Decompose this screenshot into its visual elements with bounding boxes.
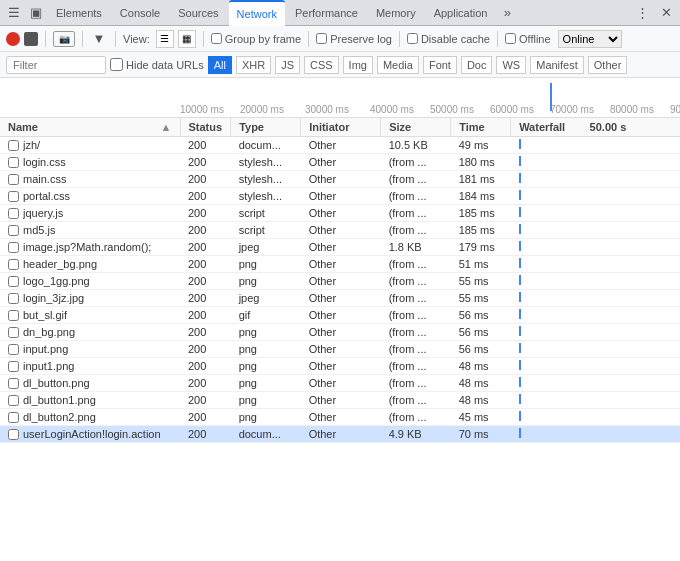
more-tabs-icon[interactable]: »: [497, 3, 517, 23]
row-checkbox[interactable]: [8, 242, 19, 253]
table-row[interactable]: dl_button1.png200pngOther(from ...48 ms: [0, 392, 680, 409]
filter-media-button[interactable]: Media: [377, 56, 419, 74]
table-row[interactable]: md5.js200scriptOther(from ...185 ms: [0, 222, 680, 239]
row-checkbox[interactable]: [8, 225, 19, 236]
filter-input[interactable]: [6, 56, 106, 74]
col-header-status[interactable]: Status: [180, 118, 231, 137]
col-header-name[interactable]: Name ▲: [0, 118, 180, 137]
row-checkbox[interactable]: [8, 191, 19, 202]
col-header-initiator[interactable]: Initiator: [301, 118, 381, 137]
table-row[interactable]: userLoginAction!login.action200docum...O…: [0, 426, 680, 443]
row-checkbox[interactable]: [8, 157, 19, 168]
filter-js-button[interactable]: JS: [275, 56, 300, 74]
row-checkbox[interactable]: [8, 276, 19, 287]
status-cell: 200: [180, 341, 231, 358]
table-row[interactable]: login.css200stylesh...Other(from ...180 …: [0, 154, 680, 171]
col-header-type[interactable]: Type: [231, 118, 301, 137]
table-row[interactable]: login_3jz.jpg200jpegOther(from ...55 ms: [0, 290, 680, 307]
group-by-frame-label[interactable]: Group by frame: [211, 33, 301, 45]
offline-checkbox[interactable]: [505, 33, 516, 44]
filter-css-button[interactable]: CSS: [304, 56, 339, 74]
row-checkbox[interactable]: [8, 140, 19, 151]
timeline-tick-7: 70000 ms: [550, 104, 594, 115]
filter-ws-button[interactable]: WS: [496, 56, 526, 74]
table-row[interactable]: input.png200pngOther(from ...56 ms: [0, 341, 680, 358]
stop-button[interactable]: [24, 32, 38, 46]
filter-button[interactable]: ▼: [90, 30, 108, 48]
filter-all-button[interactable]: All: [208, 56, 232, 74]
table-row[interactable]: jzh/200docum...Other10.5 KB49 ms: [0, 137, 680, 154]
row-checkbox[interactable]: [8, 378, 19, 389]
table-row[interactable]: but_sl.gif200gifOther(from ...56 ms: [0, 307, 680, 324]
row-checkbox[interactable]: [8, 344, 19, 355]
tab-console[interactable]: Console: [112, 0, 168, 26]
filter-doc-button[interactable]: Doc: [461, 56, 493, 74]
row-checkbox[interactable]: [8, 293, 19, 304]
waterfall-cell: [511, 222, 680, 239]
preserve-log-label[interactable]: Preserve log: [316, 33, 392, 45]
row-checkbox[interactable]: [8, 174, 19, 185]
close-icon[interactable]: ✕: [656, 3, 676, 23]
status-cell: 200: [180, 239, 231, 256]
devtools-menu-icon[interactable]: ☰: [4, 3, 24, 23]
table-row[interactable]: input1.png200pngOther(from ...48 ms: [0, 358, 680, 375]
group-by-frame-checkbox[interactable]: [211, 33, 222, 44]
col-header-time[interactable]: Time: [451, 118, 511, 137]
more-options-icon[interactable]: ⋮: [632, 3, 652, 23]
throttle-select[interactable]: Online Fast 3G Slow 3G Offline: [558, 30, 622, 48]
row-checkbox[interactable]: [8, 412, 19, 423]
row-checkbox[interactable]: [8, 259, 19, 270]
table-row[interactable]: logo_1gg.png200pngOther(from ...55 ms: [0, 273, 680, 290]
filter-manifest-button[interactable]: Manifest: [530, 56, 584, 74]
record-button[interactable]: [6, 32, 20, 46]
tab-elements[interactable]: Elements: [48, 0, 110, 26]
tab-memory[interactable]: Memory: [368, 0, 424, 26]
initiator-cell: Other: [301, 392, 381, 409]
status-cell: 200: [180, 324, 231, 341]
time-cell: 48 ms: [451, 375, 511, 392]
row-checkbox[interactable]: [8, 208, 19, 219]
file-name: jzh/: [23, 139, 40, 151]
col-header-waterfall[interactable]: Waterfall 50.00 s: [511, 118, 680, 137]
size-cell: (from ...: [381, 188, 451, 205]
table-row[interactable]: header_bg.png200pngOther(from ...51 ms: [0, 256, 680, 273]
status-cell: 200: [180, 154, 231, 171]
filter-img-button[interactable]: Img: [343, 56, 373, 74]
row-checkbox[interactable]: [8, 429, 19, 440]
filter-font-button[interactable]: Font: [423, 56, 457, 74]
time-cell: 51 ms: [451, 256, 511, 273]
table-row[interactable]: image.jsp?Math.random();200jpegOther1.8 …: [0, 239, 680, 256]
initiator-cell: Other: [301, 239, 381, 256]
view-grid-button[interactable]: ▦: [178, 30, 196, 48]
row-checkbox[interactable]: [8, 361, 19, 372]
waterfall-bar: [519, 326, 521, 336]
col-header-size[interactable]: Size: [381, 118, 451, 137]
hide-data-urls-checkbox[interactable]: [110, 58, 123, 71]
table-row[interactable]: dl_button.png200pngOther(from ...48 ms: [0, 375, 680, 392]
row-checkbox[interactable]: [8, 395, 19, 406]
table-row[interactable]: main.css200stylesh...Other(from ...181 m…: [0, 171, 680, 188]
tab-network[interactable]: Network: [229, 0, 285, 26]
name-cell: userLoginAction!login.action: [0, 426, 180, 442]
tab-sources[interactable]: Sources: [170, 0, 226, 26]
status-cell: 200: [180, 409, 231, 426]
device-icon[interactable]: ▣: [26, 3, 46, 23]
camera-button[interactable]: 📷: [53, 31, 75, 47]
preserve-log-checkbox[interactable]: [316, 33, 327, 44]
waterfall-cell: [511, 341, 680, 358]
table-row[interactable]: dn_bg.png200pngOther(from ...56 ms: [0, 324, 680, 341]
table-row[interactable]: jquery.js200scriptOther(from ...185 ms: [0, 205, 680, 222]
tab-application[interactable]: Application: [426, 0, 496, 26]
row-checkbox[interactable]: [8, 327, 19, 338]
filter-xhr-button[interactable]: XHR: [236, 56, 271, 74]
filter-other-button[interactable]: Other: [588, 56, 628, 74]
offline-label[interactable]: Offline: [505, 33, 551, 45]
disable-cache-checkbox[interactable]: [407, 33, 418, 44]
view-list-button[interactable]: ☰: [156, 30, 174, 48]
hide-data-urls-label[interactable]: Hide data URLs: [110, 58, 204, 71]
row-checkbox[interactable]: [8, 310, 19, 321]
table-row[interactable]: portal.css200stylesh...Other(from ...184…: [0, 188, 680, 205]
table-row[interactable]: dl_button2.png200pngOther(from ...45 ms: [0, 409, 680, 426]
tab-performance[interactable]: Performance: [287, 0, 366, 26]
disable-cache-label[interactable]: Disable cache: [407, 33, 490, 45]
